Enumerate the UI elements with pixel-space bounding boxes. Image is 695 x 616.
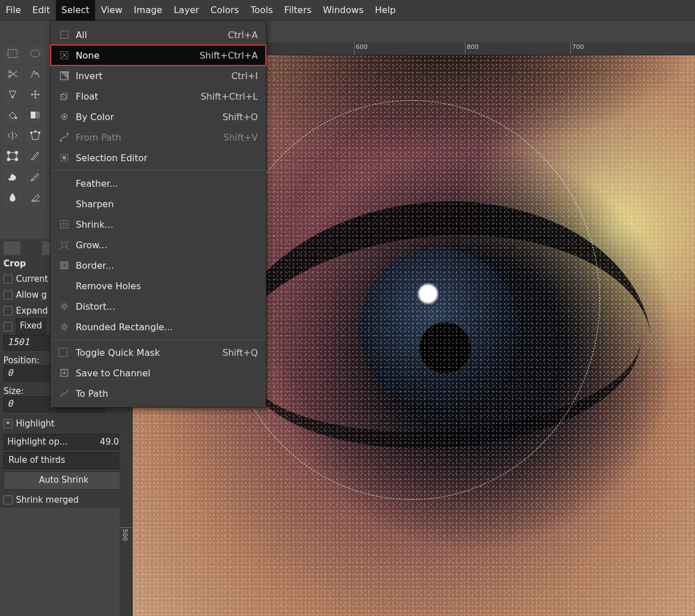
flip-tool[interactable] — [2, 128, 23, 146]
menubar-item-file[interactable]: File — [0, 0, 27, 20]
current-layer-checkbox[interactable] — [3, 274, 13, 284]
auto-shrink-button[interactable]: Auto Shrink — [3, 471, 124, 490]
menu-item-border[interactable]: Border... — [51, 255, 266, 276]
allow-growing-checkbox[interactable] — [3, 290, 13, 299]
menubar-item-edit[interactable]: Edit — [27, 0, 56, 20]
ruler-tick-line — [465, 42, 466, 55]
svg-rect-10 — [63, 156, 66, 159]
svg-rect-4 — [63, 93, 68, 98]
ruler-tick-label: 500 — [121, 529, 129, 541]
highlight-opacity-label: Highlight op… — [7, 437, 68, 447]
fixed-checkbox[interactable] — [3, 322, 13, 331]
menu-item-label: Shrink... — [76, 219, 258, 230]
menu-item-rounded-rectangle[interactable]: Rounded Rectangle... — [51, 317, 266, 337]
menu-item-by-color[interactable]: By ColorShift+O — [51, 106, 266, 127]
menu-item-label: By Color — [76, 112, 211, 122]
menu-item-from-path: From PathShift+V — [51, 127, 266, 147]
menubar-item-image[interactable]: Image — [128, 0, 168, 20]
menu-item-remove-holes[interactable]: Remove Holes — [51, 276, 266, 296]
menu-item-invert[interactable]: InvertCtrl+I — [51, 65, 266, 86]
select-menu-dropdown: AllCtrl+ANoneShift+Ctrl+AInvertCtrl+IFlo… — [50, 20, 266, 408]
eraser-tool[interactable] — [25, 189, 46, 207]
fixed-mode-dropdown[interactable]: Fixed — [16, 318, 46, 335]
select-float-icon — [59, 91, 70, 102]
shrink-merged-checkbox[interactable] — [3, 495, 13, 504]
move-icon — [30, 89, 41, 102]
menu-item-label: Distort... — [76, 301, 258, 312]
options-tab-1[interactable] — [3, 241, 20, 255]
menubar-item-layer[interactable]: Layer — [168, 0, 205, 20]
menubar-item-help[interactable]: Help — [369, 0, 401, 20]
menu-item-float[interactable]: FloatShift+Ctrl+L — [51, 86, 266, 106]
menu-item-sharpen[interactable]: Sharpen — [51, 194, 266, 214]
ruler-tick-label: 600 — [356, 43, 368, 51]
cage-tool[interactable] — [25, 128, 46, 146]
bucket-fill-tool[interactable] — [2, 107, 23, 125]
toolbox — [2, 46, 47, 207]
menu-checkbox[interactable] — [59, 348, 68, 357]
gradient-tool[interactable] — [25, 107, 46, 125]
current-layer-label: Current — [16, 274, 48, 284]
svg-rect-33 — [15, 158, 18, 161]
svg-rect-18 — [8, 50, 17, 58]
highlight-opacity-value: 49.0 — [100, 437, 119, 447]
smudge-tool[interactable] — [2, 169, 23, 187]
eraser-icon — [30, 192, 41, 204]
measure-tool[interactable] — [2, 87, 23, 105]
menu-item-shortcut: Shift+O — [223, 112, 258, 122]
allow-growing-label: Allow g — [16, 290, 47, 300]
menu-item-label: Border... — [76, 260, 258, 271]
ink-tool[interactable] — [2, 189, 23, 207]
svg-rect-11 — [61, 221, 68, 228]
highlight-opacity-slider[interactable]: Highlight op… 49.0 — [3, 434, 123, 450]
flip-icon — [7, 130, 18, 143]
menu-item-toggle-quick-mask[interactable]: Toggle Quick MaskShift+Q — [51, 342, 266, 363]
menu-item-none[interactable]: NoneShift+Ctrl+A — [51, 45, 266, 65]
border-icon — [59, 260, 70, 271]
size-w-field[interactable]: 0 — [3, 396, 52, 412]
menu-item-all[interactable]: AllCtrl+A — [51, 24, 266, 45]
options-tab-2[interactable] — [23, 241, 40, 255]
paintbrush-tool[interactable] — [25, 169, 46, 187]
gradient-icon — [30, 110, 41, 122]
rectangle-select-tool[interactable] — [2, 46, 23, 64]
menu-item-feather[interactable]: Feather... — [51, 173, 266, 194]
menubar-item-filters[interactable]: Filters — [278, 0, 317, 20]
menubar-item-tools[interactable]: Tools — [245, 0, 278, 20]
ellipse-select-tool[interactable] — [25, 46, 46, 64]
menubar: FileEditSelectViewImageLayerColorsToolsF… — [0, 0, 695, 21]
menu-item-save-to-channel[interactable]: Save to Channel — [51, 363, 266, 383]
position-x-field[interactable]: 0 — [3, 366, 52, 381]
menubar-item-view[interactable]: View — [95, 0, 128, 20]
menubar-item-select[interactable]: Select — [56, 0, 95, 20]
menu-item-to-path[interactable]: To Path — [51, 383, 266, 404]
expand-checkbox[interactable] — [3, 306, 13, 315]
menu-item-distort[interactable]: Distort... — [51, 296, 266, 317]
svg-point-7 — [60, 140, 62, 142]
fuzzy-select-tool[interactable] — [25, 66, 46, 84]
move-tool[interactable] — [25, 87, 46, 105]
svg-point-28 — [35, 131, 36, 133]
highlight-label: Highlight — [16, 418, 55, 429]
ruler-tick-line — [120, 527, 132, 528]
brush-tool[interactable] — [25, 148, 46, 166]
grow-icon — [59, 239, 70, 250]
menu-item-shrink[interactable]: Shrink... — [51, 214, 266, 235]
fuzzy-select-icon — [30, 69, 41, 81]
select-none-icon — [59, 50, 70, 61]
menubar-item-windows[interactable]: Windows — [317, 0, 369, 20]
scissors-tool[interactable] — [2, 66, 23, 84]
menu-item-selection-editor[interactable]: Selection Editor — [51, 147, 266, 168]
cage-icon — [30, 130, 41, 143]
menu-item-shortcut: Shift+Ctrl+L — [200, 91, 258, 102]
guides-dropdown[interactable]: Rule of thirds — [3, 452, 123, 469]
highlight-checkbox[interactable] — [3, 419, 13, 428]
menubar-item-colors[interactable]: Colors — [205, 0, 245, 20]
blank-icon — [59, 198, 70, 210]
ellipse-select-icon — [30, 48, 41, 61]
svg-point-27 — [39, 132, 40, 134]
transform-tool[interactable] — [2, 148, 23, 166]
menu-item-shortcut: Ctrl+A — [228, 30, 258, 40]
menu-item-grow[interactable]: Grow... — [51, 235, 266, 255]
svg-point-16 — [63, 325, 66, 328]
